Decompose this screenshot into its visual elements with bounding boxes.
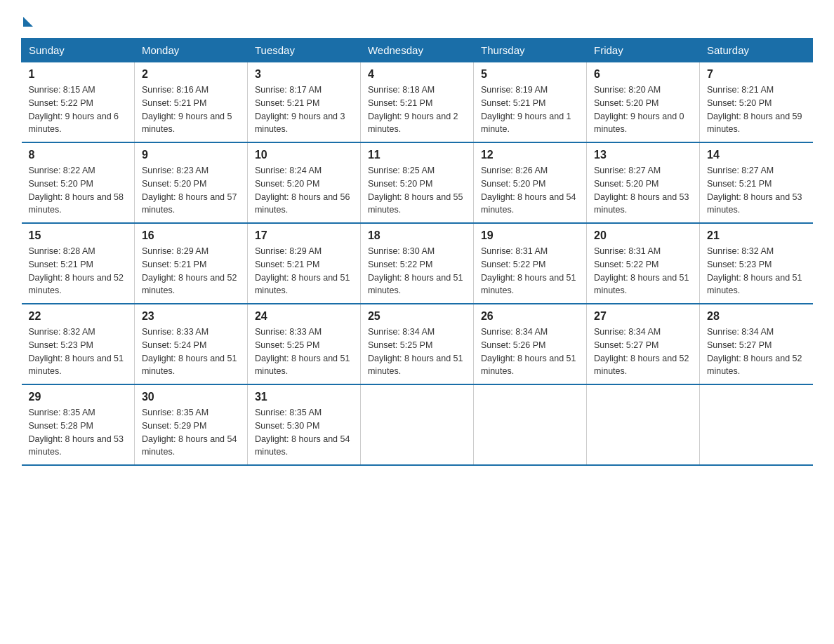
day-number: 5 xyxy=(481,68,579,81)
day-number: 4 xyxy=(368,68,466,81)
day-cell: 11 Sunrise: 8:25 AM Sunset: 5:20 PM Dayl… xyxy=(360,142,473,223)
day-info: Sunrise: 8:23 AM Sunset: 5:20 PM Dayligh… xyxy=(142,164,240,217)
day-cell xyxy=(473,384,586,465)
column-header-thursday: Thursday xyxy=(473,39,586,62)
day-cell: 20 Sunrise: 8:31 AM Sunset: 5:22 PM Dayl… xyxy=(586,223,699,304)
calendar-table: SundayMondayTuesdayWednesdayThursdayFrid… xyxy=(21,38,813,466)
week-row-3: 15 Sunrise: 8:28 AM Sunset: 5:21 PM Dayl… xyxy=(22,223,813,304)
day-number: 17 xyxy=(255,229,353,242)
day-number: 29 xyxy=(29,391,127,403)
day-number: 1 xyxy=(29,68,127,81)
day-number: 30 xyxy=(142,391,240,403)
day-info: Sunrise: 8:17 AM Sunset: 5:21 PM Dayligh… xyxy=(255,83,353,136)
day-number: 14 xyxy=(707,149,806,161)
day-number: 31 xyxy=(255,391,353,403)
day-info: Sunrise: 8:30 AM Sunset: 5:22 PM Dayligh… xyxy=(368,245,466,297)
day-info: Sunrise: 8:21 AM Sunset: 5:20 PM Dayligh… xyxy=(707,83,806,136)
day-info: Sunrise: 8:27 AM Sunset: 5:20 PM Dayligh… xyxy=(594,164,692,217)
day-number: 3 xyxy=(255,68,353,81)
day-cell: 8 Sunrise: 8:22 AM Sunset: 5:20 PM Dayli… xyxy=(22,142,135,223)
day-info: Sunrise: 8:29 AM Sunset: 5:21 PM Dayligh… xyxy=(142,245,240,297)
day-cell: 12 Sunrise: 8:26 AM Sunset: 5:20 PM Dayl… xyxy=(473,142,586,223)
logo xyxy=(21,14,33,24)
day-info: Sunrise: 8:32 AM Sunset: 5:23 PM Dayligh… xyxy=(29,326,127,378)
day-cell: 10 Sunrise: 8:24 AM Sunset: 5:20 PM Dayl… xyxy=(247,142,360,223)
day-number: 10 xyxy=(255,149,353,161)
day-number: 27 xyxy=(594,310,692,323)
day-cell: 3 Sunrise: 8:17 AM Sunset: 5:21 PM Dayli… xyxy=(247,62,360,143)
day-number: 18 xyxy=(368,229,466,242)
day-info: Sunrise: 8:28 AM Sunset: 5:21 PM Dayligh… xyxy=(29,245,127,297)
day-number: 16 xyxy=(142,229,240,242)
column-header-saturday: Saturday xyxy=(700,39,813,62)
day-number: 26 xyxy=(481,310,579,323)
day-info: Sunrise: 8:16 AM Sunset: 5:21 PM Dayligh… xyxy=(142,83,240,136)
day-number: 2 xyxy=(142,68,240,81)
week-row-1: 1 Sunrise: 8:15 AM Sunset: 5:22 PM Dayli… xyxy=(22,62,813,143)
day-cell: 9 Sunrise: 8:23 AM Sunset: 5:20 PM Dayli… xyxy=(134,142,247,223)
day-info: Sunrise: 8:25 AM Sunset: 5:20 PM Dayligh… xyxy=(368,164,466,217)
week-row-2: 8 Sunrise: 8:22 AM Sunset: 5:20 PM Dayli… xyxy=(22,142,813,223)
day-info: Sunrise: 8:34 AM Sunset: 5:27 PM Dayligh… xyxy=(594,326,692,378)
day-info: Sunrise: 8:35 AM Sunset: 5:30 PM Dayligh… xyxy=(255,406,353,459)
day-cell: 5 Sunrise: 8:19 AM Sunset: 5:21 PM Dayli… xyxy=(473,62,586,143)
day-cell: 28 Sunrise: 8:34 AM Sunset: 5:27 PM Dayl… xyxy=(700,304,813,384)
day-cell xyxy=(700,384,813,465)
day-info: Sunrise: 8:31 AM Sunset: 5:22 PM Dayligh… xyxy=(594,245,692,297)
day-cell: 25 Sunrise: 8:34 AM Sunset: 5:25 PM Dayl… xyxy=(360,304,473,384)
day-info: Sunrise: 8:24 AM Sunset: 5:20 PM Dayligh… xyxy=(255,164,353,217)
day-cell: 4 Sunrise: 8:18 AM Sunset: 5:21 PM Dayli… xyxy=(360,62,473,143)
day-cell: 16 Sunrise: 8:29 AM Sunset: 5:21 PM Dayl… xyxy=(134,223,247,304)
day-cell: 2 Sunrise: 8:16 AM Sunset: 5:21 PM Dayli… xyxy=(134,62,247,143)
day-number: 6 xyxy=(594,68,692,81)
day-cell: 31 Sunrise: 8:35 AM Sunset: 5:30 PM Dayl… xyxy=(247,384,360,465)
day-info: Sunrise: 8:34 AM Sunset: 5:25 PM Dayligh… xyxy=(368,326,466,378)
day-number: 15 xyxy=(29,229,127,242)
day-number: 12 xyxy=(481,149,579,161)
day-cell: 14 Sunrise: 8:27 AM Sunset: 5:21 PM Dayl… xyxy=(700,142,813,223)
day-number: 9 xyxy=(142,149,240,161)
day-info: Sunrise: 8:29 AM Sunset: 5:21 PM Dayligh… xyxy=(255,245,353,297)
day-info: Sunrise: 8:27 AM Sunset: 5:21 PM Dayligh… xyxy=(707,164,806,217)
day-number: 24 xyxy=(255,310,353,323)
day-number: 25 xyxy=(368,310,466,323)
day-number: 28 xyxy=(707,310,806,323)
day-info: Sunrise: 8:20 AM Sunset: 5:20 PM Dayligh… xyxy=(594,83,692,136)
day-number: 7 xyxy=(707,68,806,81)
week-row-4: 22 Sunrise: 8:32 AM Sunset: 5:23 PM Dayl… xyxy=(22,304,813,384)
day-number: 8 xyxy=(29,149,127,161)
column-header-sunday: Sunday xyxy=(22,39,135,62)
day-cell: 18 Sunrise: 8:30 AM Sunset: 5:22 PM Dayl… xyxy=(360,223,473,304)
page-header xyxy=(21,14,813,24)
day-cell: 27 Sunrise: 8:34 AM Sunset: 5:27 PM Dayl… xyxy=(586,304,699,384)
day-number: 21 xyxy=(707,229,806,242)
day-info: Sunrise: 8:22 AM Sunset: 5:20 PM Dayligh… xyxy=(29,164,127,217)
day-cell: 30 Sunrise: 8:35 AM Sunset: 5:29 PM Dayl… xyxy=(134,384,247,465)
day-number: 23 xyxy=(142,310,240,323)
day-info: Sunrise: 8:35 AM Sunset: 5:28 PM Dayligh… xyxy=(29,406,127,459)
day-number: 22 xyxy=(29,310,127,323)
day-number: 11 xyxy=(368,149,466,161)
column-header-friday: Friday xyxy=(586,39,699,62)
day-cell: 6 Sunrise: 8:20 AM Sunset: 5:20 PM Dayli… xyxy=(586,62,699,143)
day-info: Sunrise: 8:31 AM Sunset: 5:22 PM Dayligh… xyxy=(481,245,579,297)
day-cell: 17 Sunrise: 8:29 AM Sunset: 5:21 PM Dayl… xyxy=(247,223,360,304)
day-info: Sunrise: 8:32 AM Sunset: 5:23 PM Dayligh… xyxy=(707,245,806,297)
day-info: Sunrise: 8:26 AM Sunset: 5:20 PM Dayligh… xyxy=(481,164,579,217)
day-info: Sunrise: 8:35 AM Sunset: 5:29 PM Dayligh… xyxy=(142,406,240,459)
day-cell: 19 Sunrise: 8:31 AM Sunset: 5:22 PM Dayl… xyxy=(473,223,586,304)
column-header-tuesday: Tuesday xyxy=(247,39,360,62)
day-cell: 15 Sunrise: 8:28 AM Sunset: 5:21 PM Dayl… xyxy=(22,223,135,304)
day-cell: 1 Sunrise: 8:15 AM Sunset: 5:22 PM Dayli… xyxy=(22,62,135,143)
day-info: Sunrise: 8:15 AM Sunset: 5:22 PM Dayligh… xyxy=(29,83,127,136)
day-info: Sunrise: 8:34 AM Sunset: 5:27 PM Dayligh… xyxy=(707,326,806,378)
day-cell xyxy=(586,384,699,465)
day-number: 13 xyxy=(594,149,692,161)
day-cell: 7 Sunrise: 8:21 AM Sunset: 5:20 PM Dayli… xyxy=(700,62,813,143)
day-cell: 21 Sunrise: 8:32 AM Sunset: 5:23 PM Dayl… xyxy=(700,223,813,304)
column-header-monday: Monday xyxy=(134,39,247,62)
day-info: Sunrise: 8:33 AM Sunset: 5:25 PM Dayligh… xyxy=(255,326,353,378)
day-cell xyxy=(360,384,473,465)
week-row-5: 29 Sunrise: 8:35 AM Sunset: 5:28 PM Dayl… xyxy=(22,384,813,465)
day-cell: 24 Sunrise: 8:33 AM Sunset: 5:25 PM Dayl… xyxy=(247,304,360,384)
